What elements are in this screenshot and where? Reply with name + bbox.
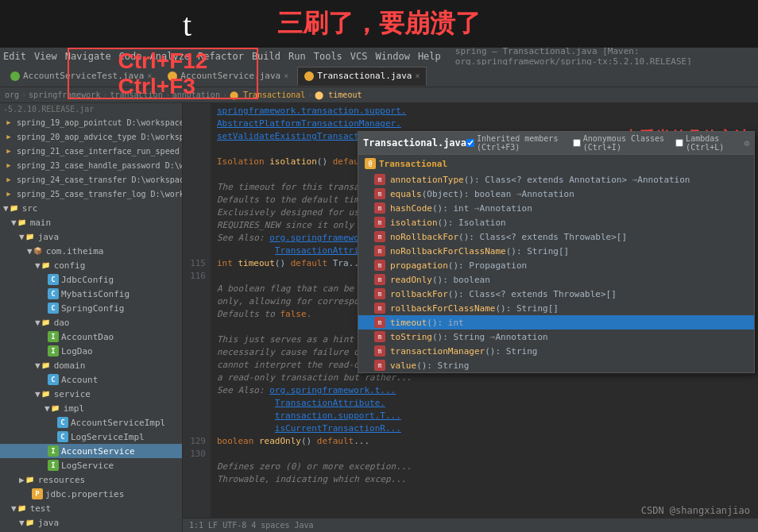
folder-icon-dao: 📁 bbox=[41, 317, 52, 328]
menu-window[interactable]: Window bbox=[376, 51, 410, 62]
sidebar-label-main: main bbox=[30, 218, 52, 228]
sidebar-item-service[interactable]: ▼ 📁 service bbox=[0, 387, 182, 401]
sidebar-path: -5.2.10.RELEASE.jar bbox=[0, 103, 182, 115]
menu-tools[interactable]: Tools bbox=[314, 51, 342, 62]
popup-item-timeout[interactable]: m timeout(): int bbox=[358, 315, 754, 330]
tab-icon-green bbox=[10, 71, 20, 81]
sidebar-item-spring20[interactable]: ▶ spring_20_aop_advice_type D:\workspace… bbox=[0, 129, 182, 144]
sidebar-item-logdao[interactable]: I LogDao bbox=[0, 344, 182, 358]
popup-item-readonly[interactable]: m readOnly(): boolean bbox=[358, 272, 754, 287]
sidebar-item-accountdao[interactable]: I AccountDao bbox=[0, 330, 182, 344]
sidebar-item-resources[interactable]: ▶ 📁 resources bbox=[0, 472, 182, 487]
sidebar-item-comitheima[interactable]: ▼ 📦 com.itheima bbox=[0, 244, 182, 258]
popup-item-equals[interactable]: m equals(Object): boolean →Annotation bbox=[358, 187, 754, 201]
popup-member-list[interactable]: m annotationType(): Class<? extends Anno… bbox=[358, 172, 754, 372]
arrow-java: ▼ bbox=[19, 232, 25, 242]
sidebar-item-main[interactable]: ▼ 📁 main bbox=[0, 215, 182, 229]
popup-item-tostring[interactable]: m toString(): String →Annotation bbox=[358, 330, 754, 344]
popup-option-inherited[interactable]: Inherited members (Ctrl+F3) bbox=[466, 134, 567, 152]
breadcrumb-timeout[interactable]: ⬤ timeout bbox=[315, 91, 362, 99]
popup-option-lambdas[interactable]: Lambdas (Ctrl+L) bbox=[675, 134, 737, 152]
popup-option-anonymous[interactable]: Anonymous Classes (Ctrl+I) bbox=[573, 134, 669, 152]
sidebar-item-domain[interactable]: ▼ 📁 domain bbox=[0, 358, 182, 372]
sidebar-item-spring19[interactable]: ▶ spring_19_aop_pointcut D:\workspace\sp… bbox=[0, 115, 182, 129]
sidebar-item-jdbcprops[interactable]: P jdbc.properties bbox=[0, 487, 182, 501]
arrow-src: ▼ bbox=[3, 203, 9, 214]
sidebar-label-test: test bbox=[30, 503, 52, 514]
popup-item-propagation[interactable]: m propagation(): Propagation bbox=[358, 258, 754, 272]
folder-icon-21: ▶ bbox=[3, 145, 14, 156]
popup-item-annotationtype[interactable]: m annotationType(): Class<? extends Anno… bbox=[358, 172, 754, 187]
checkbox-lambdas[interactable] bbox=[675, 139, 683, 147]
config-icon-jdbc: P bbox=[32, 488, 43, 499]
sidebar-item-logservice[interactable]: I LogService bbox=[0, 458, 182, 472]
sidebar-item-logserviceimpl[interactable]: C LogServiceImpl bbox=[0, 430, 182, 444]
interface-icon-logdao: I bbox=[48, 345, 59, 357]
sidebar-item-impl[interactable]: ▼ 📁 impl bbox=[0, 401, 182, 415]
bottom-status: 1:1 LF UTF-8 4 spaces Java bbox=[183, 518, 758, 532]
popup-item-rollbackforclassname[interactable]: m rollbackForClassName(): String[] bbox=[358, 301, 754, 315]
arrow-dao: ▼ bbox=[35, 318, 41, 328]
tab-close-2[interactable]: × bbox=[284, 71, 288, 80]
annotation-class-icon: @ bbox=[365, 158, 376, 169]
sidebar-item-spring25[interactable]: ▶ spring_25_case_transfer_log D:\workspa… bbox=[0, 187, 182, 201]
sidebar-item-spring24[interactable]: ▶ spring_24_case_transfer D:\workspace\s… bbox=[0, 172, 182, 187]
sidebar-item-jdbcconfig[interactable]: C JdbcConfig bbox=[0, 272, 182, 287]
sidebar-label-jdbcconfig: JdbcConfig bbox=[61, 275, 114, 285]
package-icon-comitheima: 📦 bbox=[33, 245, 44, 256]
tab-transactional[interactable]: Transactional.java × bbox=[297, 67, 427, 86]
breadcrumb-part-1[interactable]: org bbox=[5, 91, 19, 99]
class-icon-account: C bbox=[48, 374, 59, 385]
sidebar-item-test-java[interactable]: ▼ 📁 java bbox=[0, 515, 182, 530]
popup-item-isolation[interactable]: m isolation(): Isolation bbox=[358, 215, 754, 229]
popup-item-norollbackforclassname[interactable]: m noRollbackForClassName(): String[] bbox=[358, 244, 754, 258]
tab-label-transactional: Transactional.java bbox=[317, 71, 412, 81]
menu-vcs[interactable]: VCS bbox=[350, 51, 368, 62]
method-icon-norollbackforclassname: m bbox=[374, 245, 385, 256]
popup-item-hashcode[interactable]: m hashCode(): int →Annotation bbox=[358, 201, 754, 215]
folder-icon-test-java: 📁 bbox=[25, 517, 36, 528]
sidebar-label-service: service bbox=[54, 389, 91, 399]
sidebar-item-test[interactable]: ▼ 📁 test bbox=[0, 501, 182, 515]
sidebar-item-spring23[interactable]: ▶ spring_23_case_handle_password D:\work… bbox=[0, 158, 182, 172]
checkbox-anonymous[interactable] bbox=[573, 139, 581, 147]
sidebar-item-java[interactable]: ▼ 📁 java bbox=[0, 229, 182, 244]
arrow-service: ▼ bbox=[35, 389, 41, 399]
code-line-26: isCurrentTransactionR... bbox=[217, 422, 752, 435]
menu-view[interactable]: View bbox=[34, 51, 57, 62]
sidebar-item-dao[interactable]: ▼ 📁 dao bbox=[0, 315, 182, 330]
popup-settings-icon[interactable]: ⚙ bbox=[744, 138, 749, 148]
tab-close-3[interactable]: × bbox=[415, 71, 420, 80]
checkbox-inherited[interactable] bbox=[466, 139, 474, 147]
sidebar-item-config[interactable]: ▼ 📁 config bbox=[0, 258, 182, 272]
ctrl-hint: Ctrl+F12 Ctrl+F3 bbox=[118, 48, 208, 99]
method-icon-norollbackfor: m bbox=[374, 231, 385, 242]
popup-item-transactionmanager[interactable]: m transactionManager(): String bbox=[358, 344, 754, 358]
sidebar-item-account[interactable]: C Account bbox=[0, 372, 182, 387]
menu-help[interactable]: Help bbox=[418, 51, 441, 62]
method-icon-equals: m bbox=[374, 188, 385, 199]
sidebar-label-config: config bbox=[54, 260, 86, 271]
sidebar-label-test-java: java bbox=[38, 518, 60, 528]
class-icon-springconfig: C bbox=[48, 303, 59, 314]
t-char: t bbox=[183, 6, 191, 44]
code-line-30: Throwable, indicating which excep... bbox=[217, 473, 752, 486]
sidebar-item-accountserviceimpl[interactable]: C AccountServiceImpl bbox=[0, 415, 182, 430]
sidebar-item-mybatisconfig[interactable]: C MybatisConfig bbox=[0, 287, 182, 301]
popup-item-rollbackfor[interactable]: m rollbackFor(): Class<? extends Throwab… bbox=[358, 287, 754, 301]
popup-title: Transactional.java bbox=[363, 137, 466, 148]
sidebar-item-src[interactable]: ▼ 📁 src bbox=[0, 201, 182, 215]
folder-icon-24: ▶ bbox=[3, 174, 14, 185]
sidebar-item-spring21[interactable]: ▶ spring_21_case_interface_run_speed D:\… bbox=[0, 144, 182, 158]
menu-edit[interactable]: Edit bbox=[3, 51, 26, 62]
sidebar-item-springconfig[interactable]: C SpringConfig bbox=[0, 301, 182, 315]
sidebar-label-accountserviceimpl: AccountServiceImpl bbox=[71, 418, 165, 428]
sidebar-item-accountservice-highlighted[interactable]: I AccountService bbox=[0, 444, 182, 458]
menu-run[interactable]: Run bbox=[288, 51, 306, 62]
method-icon-rollbackfor: m bbox=[374, 288, 385, 299]
tab-icon-orange-2 bbox=[304, 71, 314, 81]
sidebar-label-spring20: spring_20_aop_advice_type D:\workspace\s… bbox=[17, 133, 182, 141]
method-icon-value: m bbox=[374, 360, 385, 371]
popup-item-norollbackfor[interactable]: m noRollbackFor(): Class<? extends Throw… bbox=[358, 229, 754, 244]
popup-item-value[interactable]: m value(): String bbox=[358, 358, 754, 372]
